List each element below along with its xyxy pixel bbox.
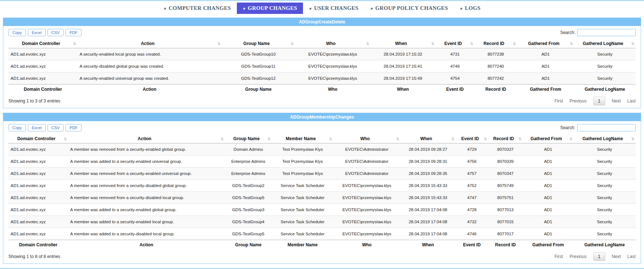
table-cell: Enterprise Admins xyxy=(225,156,272,168)
table-cell: 4756 xyxy=(455,156,488,168)
sort-icon[interactable]: ⇅ xyxy=(470,42,473,46)
pagination-previous[interactable]: Previous xyxy=(569,254,587,259)
sort-icon[interactable]: ⇅ xyxy=(569,137,572,141)
column-header-action[interactable]: Action⇅ xyxy=(68,134,225,143)
sort-icon[interactable]: ⇅ xyxy=(451,137,454,141)
pdf-button[interactable]: PDF xyxy=(65,124,82,131)
search-input[interactable] xyxy=(577,124,636,131)
table-cell: Test Przemyslaw Klys xyxy=(272,143,333,156)
column-header-gathered-from[interactable]: Gathered From⇅ xyxy=(523,134,573,143)
csv-button[interactable]: CSV xyxy=(48,124,64,131)
table-cell: A member was removed from a security-dis… xyxy=(68,192,225,204)
sort-icon[interactable]: ⇅ xyxy=(396,137,399,141)
table-cell: Service Task Scheduler xyxy=(272,228,333,240)
sort-icon[interactable]: ⇅ xyxy=(632,42,634,46)
column-header-member-name[interactable]: Member Name⇅ xyxy=(272,134,333,143)
table-cell: 8077240 xyxy=(474,60,517,72)
pagination-first[interactable]: First xyxy=(554,254,563,259)
column-header-domain-controller[interactable]: Domain Controller⇅ xyxy=(8,39,77,48)
table-cell: 28.04.2019 15:43:33 xyxy=(400,192,455,204)
column-header-group-name[interactable]: Group Name⇅ xyxy=(225,134,272,143)
table-cell: 28.04.2019 09:28:31 xyxy=(400,156,455,168)
sort-icon[interactable]: ⇅ xyxy=(329,137,332,141)
column-header-event-id[interactable]: Event ID⇅ xyxy=(455,134,488,143)
pdf-button[interactable]: PDF xyxy=(65,29,82,36)
sort-icon[interactable]: ⇅ xyxy=(570,42,573,46)
footer-column-header: Group Name xyxy=(225,240,272,250)
sort-icon[interactable]: ⇅ xyxy=(217,42,220,46)
column-header-domain-controller[interactable]: Domain Controller⇅ xyxy=(8,134,68,143)
table-row: AD1.ad.evotec.xyzA security-enabled loca… xyxy=(8,48,636,60)
sort-icon[interactable]: ⇅ xyxy=(519,137,522,141)
column-header-gathered-logname[interactable]: Gathered LogName⇅ xyxy=(574,39,636,48)
sort-icon[interactable]: ⇅ xyxy=(484,137,487,141)
column-header-action[interactable]: Action⇅ xyxy=(77,39,222,48)
excel-button[interactable]: Excel xyxy=(28,124,46,131)
table-cell: EVOTEC\przemyslaw.klys xyxy=(333,180,401,192)
pagination-next[interactable]: Next xyxy=(612,254,621,259)
sort-icon[interactable]: ⇅ xyxy=(291,42,294,46)
copy-button[interactable]: Copy xyxy=(8,29,26,36)
excel-button[interactable]: Excel xyxy=(28,29,46,36)
copy-button[interactable]: Copy xyxy=(8,124,26,131)
footer-column-header: Event ID xyxy=(436,85,474,94)
tab-label: GROUP CHANGES xyxy=(248,5,297,11)
column-header-who[interactable]: Who⇅ xyxy=(295,39,370,48)
table-cell: AD1 xyxy=(523,204,573,216)
sort-icon[interactable]: ⇅ xyxy=(632,137,634,141)
column-header-record-id[interactable]: Record ID⇅ xyxy=(488,134,523,143)
tab-label: USER CHANGES xyxy=(314,5,359,11)
search-input[interactable] xyxy=(577,29,636,36)
search-box: Search: xyxy=(560,29,636,36)
panel-title: ADGroupMembershipChanges xyxy=(3,113,641,121)
table-footer: Showing 1 to 8 of 8 entries First Previo… xyxy=(8,250,636,262)
column-header-gathered-logname[interactable]: Gathered LogName⇅ xyxy=(573,134,636,143)
table-toolbar: Copy Excel CSV PDF Search: xyxy=(8,29,636,36)
table-cell: 4728 xyxy=(455,204,488,216)
pagination-previous[interactable]: Previous xyxy=(569,98,587,104)
column-header-record-id[interactable]: Record ID⇅ xyxy=(474,39,517,48)
tab-group-policy-changes[interactable]: ◕ GROUP POLICY CHANGES xyxy=(364,3,454,14)
table-cell: Security xyxy=(574,60,636,72)
table-cell: 8070339 xyxy=(488,156,523,168)
column-header-event-id[interactable]: Event ID⇅ xyxy=(436,39,474,48)
tab-bar: ◕ COMPUTER CHANGES ◕ GROUP CHANGES ◕ USE… xyxy=(0,1,644,15)
pagination-page-1[interactable]: 1 xyxy=(593,97,605,105)
tab-computer-changes[interactable]: ◕ COMPUTER CHANGES xyxy=(158,3,236,14)
sort-icon[interactable]: ⇅ xyxy=(73,42,76,46)
pagination-next[interactable]: Next xyxy=(612,98,621,104)
column-header-group-name[interactable]: Group Name⇅ xyxy=(221,39,295,48)
column-header-who[interactable]: Who⇅ xyxy=(333,134,401,143)
pagination-last[interactable]: Last xyxy=(627,98,636,104)
sort-icon[interactable]: ⇅ xyxy=(268,137,270,141)
table-cell: 8077017 xyxy=(488,228,523,240)
column-header-when[interactable]: When⇅ xyxy=(400,134,455,143)
pagination-last[interactable]: Last xyxy=(627,254,636,259)
table-cell: Security xyxy=(573,204,636,216)
tab-user-changes[interactable]: ◕ USER CHANGES xyxy=(303,3,364,14)
column-header-gathered-from[interactable]: Gathered From⇅ xyxy=(517,39,574,48)
sort-icon[interactable]: ⇅ xyxy=(513,42,516,46)
table-cell: 28.04.2019 17:04:08 xyxy=(400,228,455,240)
pagination-first[interactable]: First xyxy=(554,98,563,104)
sort-icon[interactable]: ⇅ xyxy=(366,42,369,46)
table-cell: Security xyxy=(573,180,636,192)
column-header-when[interactable]: When⇅ xyxy=(370,39,435,48)
table-row: AD1.ad.evotec.xyzA member was removed fr… xyxy=(8,192,636,204)
table-cell: GDS-TestGroup12 xyxy=(221,72,295,85)
footer-column-header: Member Name xyxy=(272,240,333,250)
table-cell: AD1 xyxy=(523,228,573,240)
table-row: AD1.ad.evotec.xyzA security-enabled univ… xyxy=(8,72,636,85)
sort-icon[interactable]: ⇅ xyxy=(221,137,224,141)
table-cell: Security xyxy=(573,168,636,180)
panel-title: ADGroupCreateDelete xyxy=(3,18,641,26)
sort-icon[interactable]: ⇅ xyxy=(64,137,67,141)
csv-button[interactable]: CSV xyxy=(48,29,64,36)
pagination-page-1[interactable]: 1 xyxy=(593,252,605,261)
tab-logs[interactable]: ◕ LOGS xyxy=(454,3,486,14)
tab-group-changes[interactable]: ◕ GROUP CHANGES xyxy=(237,3,303,14)
footer-column-header: Domain Controller xyxy=(8,240,68,250)
table-cell: EVOTEC\przemyslaw.klys xyxy=(333,204,401,216)
table-row: AD1.ad.evotec.xyzA member was added to a… xyxy=(8,156,636,168)
sort-icon[interactable]: ⇅ xyxy=(431,42,434,46)
